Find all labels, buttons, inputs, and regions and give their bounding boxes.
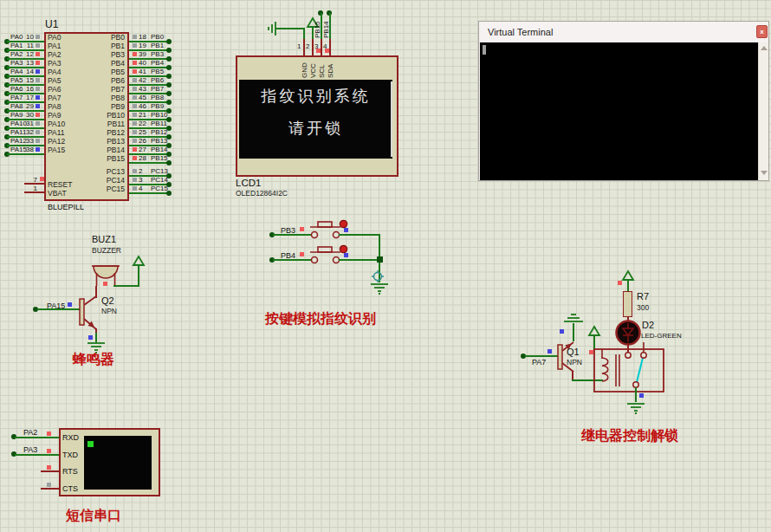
pin-state-indicator [68,302,72,307]
pin-name: SCL [318,64,326,78]
net-label: PB15 [151,154,168,162]
pin-number: 4 [139,185,142,192]
relay-contact-arm [637,358,643,382]
pin-state-indicator [36,69,40,74]
pin-state-indicator [639,393,644,398]
pin-number: 38 [22,146,34,153]
scroll-down-icon[interactable] [761,171,768,175]
transistor-ref: Q2 [101,295,114,306]
pin-state-indicator [36,52,40,56]
wire-segment [129,192,171,194]
pin-number: 30 [22,111,34,119]
pin-name: PC13 [49,167,125,176]
scroll-up-icon[interactable] [761,46,768,50]
pin-number: 46 [139,102,146,110]
pin-stub [329,39,331,56]
ground-symbol [563,314,584,324]
pin-state-indicator [133,139,137,143]
pin-name: PB1 [49,42,125,50]
pin-state-indicator [133,104,137,108]
pin-number: 31 [22,120,34,127]
terminal-cursor [483,45,486,55]
pin-state-indicator [133,113,137,117]
wire-segment [129,58,171,60]
pin-state-indicator [36,121,40,126]
serial-pin-row: PA3 TXD [0,451,191,463]
net-label: PB15 [314,21,321,38]
pin-state-indicator [47,431,51,436]
button-toggle-icon[interactable] [340,245,347,252]
pin-number: 27 [139,146,146,153]
serial-caption: 短信串口 [66,508,121,523]
ground-symbol [625,402,646,415]
wire-segment [129,101,171,103]
pin-number: 1 [297,42,301,50]
pin-state-indicator [88,335,93,340]
pin-number: 11 [22,42,34,49]
relay-body[interactable] [592,340,665,409]
serial-pin-row: RTS [0,467,191,479]
pin-state-indicator [300,227,304,231]
net-label: PC13 [151,167,168,175]
pin-state-indicator [36,35,40,39]
pin-state-indicator [133,35,137,39]
pin-state-indicator [133,130,137,134]
pin-state-indicator [133,69,137,74]
pin-state-indicator [36,113,40,117]
wire-segment [303,28,305,40]
pin-name: CTS [62,484,78,493]
u1-ref: U1 [45,19,58,30]
pin-state-indicator [133,52,137,56]
pin-number: 32 [22,128,34,136]
pin-state-indicator [40,177,44,181]
button-toggle-icon[interactable] [340,220,347,227]
pin-state-indicator [344,253,348,257]
pin-name: PB12 [49,128,125,137]
pin-name: PB7 [49,85,125,94]
wire-segment [129,84,171,86]
button-row: PB4 [0,244,398,267]
transistor-q2[interactable] [78,291,102,333]
pin-name: VCC [309,63,317,78]
net-label: PB12 [151,128,168,136]
terminal-scrollbar[interactable] [758,42,768,180]
net-label: PA7 [532,358,546,367]
transistor-q1[interactable] [554,338,579,376]
pin-name: GND [301,62,308,78]
pin-number: 29 [22,102,34,110]
pin-state-indicator [36,61,40,65]
net-label: PC14 [151,176,168,184]
pin-stub [312,39,314,56]
pin-stub [303,39,305,56]
wire-segment [138,265,139,287]
net-label: PB14 [322,21,330,38]
resistor-ref: R7 [637,291,649,302]
pin-number: 19 [139,42,146,49]
terminal-titlebar[interactable]: Virtual Terminal x [479,22,768,43]
net-label: PB7 [151,85,164,93]
pin-number: 26 [139,137,146,145]
terminal-title: Virtual Terminal [488,27,553,37]
pin-state-indicator [36,104,40,108]
pin-state-indicator [133,95,137,100]
resistor-body[interactable] [623,291,632,317]
buttons-caption: 按键模拟指纹识别 [265,311,376,327]
net-label: PB13 [151,137,168,145]
wire-segment [627,280,629,292]
terminal-screen[interactable] [480,42,758,180]
transistor-part-label: NPN [101,307,117,315]
net-label: PB11 [151,120,167,127]
close-icon[interactable]: x [756,25,768,38]
lcd-part-label: OLED12864I2C [236,189,288,198]
led-ref: D2 [642,320,654,330]
pin-number: 21 [139,111,146,119]
net-label: PA3 [23,445,37,454]
wire-segment [129,49,171,51]
pin-number: 2 [306,42,309,50]
pin-name: PB11 [49,120,125,128]
pin-state-indicator [47,465,51,470]
wire-segment [129,75,171,77]
net-label: PB4 [151,59,164,67]
pin-state-indicator [133,147,137,152]
pin-state-indicator [36,130,40,134]
